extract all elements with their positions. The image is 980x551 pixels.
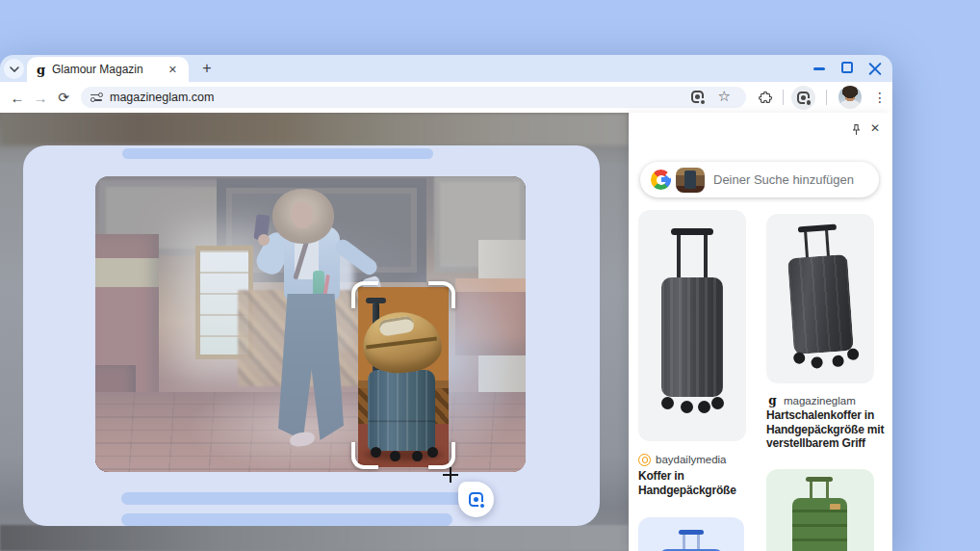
lens-address-icon[interactable]: [691, 91, 704, 103]
result-title[interactable]: Koffer in Handgepäckgröße: [638, 469, 760, 497]
url-text[interactable]: magazineglam.com: [110, 91, 214, 104]
crosshair-cursor: [443, 467, 458, 483]
toolbar-separator: [783, 90, 784, 105]
result-card-green-suitcase[interactable]: [766, 469, 874, 551]
article-photo[interactable]: [95, 176, 526, 472]
lens-region-search-button[interactable]: [458, 482, 494, 517]
selection-thumbnail: [676, 168, 705, 193]
bookmark-star-icon[interactable]: ☆: [718, 88, 731, 105]
browser-toolbar: ← → ⟳ magazineglam.com ☆ ⋮: [0, 82, 892, 113]
tab-glamour-magazin[interactable]: g Glamour Magazin ✕: [27, 57, 189, 82]
result-source[interactable]: baydailymedia: [638, 452, 727, 467]
new-tab-button[interactable]: +: [196, 58, 218, 79]
search-placeholder[interactable]: Deiner Suche hinzufügen: [713, 172, 854, 187]
lens-dim-overlay: [358, 287, 449, 467]
result-card-gray-suitcase[interactable]: [638, 210, 746, 441]
magazineglam-favicon: g: [766, 394, 779, 407]
browser-menu-button[interactable]: ⋮: [871, 86, 889, 109]
lens-side-panel: ✕ Deiner Suche hinzufügen: [629, 113, 892, 551]
profile-avatar[interactable]: [838, 86, 862, 109]
webpage-dimmed: [0, 113, 629, 551]
suitcase-image: [661, 277, 723, 397]
google-logo-icon: [651, 170, 671, 190]
close-side-panel-button[interactable]: ✕: [866, 119, 884, 137]
toolbar-separator: [826, 90, 827, 105]
result-title[interactable]: Hartschalenkoffer in Handgepäckgröße mit…: [766, 408, 888, 451]
selection-corner-tl[interactable]: [351, 281, 378, 308]
lens-search-bar[interactable]: Deiner Suche hinzufügen: [640, 162, 879, 197]
tab-favicon-g: g: [37, 63, 52, 77]
result-card-blue-suitcase[interactable]: [638, 517, 744, 551]
lens-icon: [797, 92, 810, 104]
chevron-down-icon: [10, 66, 19, 72]
browser-content: ✕ Deiner Suche hinzufügen: [0, 113, 892, 551]
desktop: g Glamour Magazin ✕ + ← → ⟳ magazineglam…: [0, 0, 980, 551]
skeleton-text-bar: [122, 148, 433, 159]
lens-icon: [469, 492, 483, 507]
window-close-button[interactable]: [868, 61, 882, 74]
selection-corner-tr[interactable]: [428, 281, 455, 308]
window-minimize-button[interactable]: [813, 67, 825, 70]
selection-corner-br[interactable]: [428, 442, 455, 469]
reload-button[interactable]: ⟳: [54, 88, 73, 107]
site-settings-icon[interactable]: [90, 92, 102, 103]
extensions-button[interactable]: [756, 88, 775, 107]
tab-title: Glamour Magazin: [52, 63, 167, 76]
result-source[interactable]: g magazineglam: [766, 393, 856, 408]
selection-corner-bl[interactable]: [351, 442, 378, 469]
page-blur-bottom: [0, 525, 629, 551]
address-bar[interactable]: magazineglam.com ☆: [81, 87, 746, 108]
pin-icon: [850, 123, 863, 136]
back-button[interactable]: ←: [8, 88, 27, 107]
magazine-article-card: [23, 145, 600, 526]
puzzle-icon: [758, 90, 773, 105]
pin-side-panel-button[interactable]: [847, 120, 864, 138]
forward-button[interactable]: →: [31, 88, 50, 107]
skeleton-text-bar: [121, 492, 486, 505]
tab-close-icon[interactable]: ✕: [167, 62, 179, 78]
lens-session-button[interactable]: [791, 86, 815, 110]
baydailymedia-favicon: [638, 454, 651, 466]
skeleton-text-bar: [121, 513, 452, 526]
tab-search-button[interactable]: [4, 59, 24, 79]
window-maximize-button[interactable]: [841, 62, 853, 73]
result-card-black-suitcase[interactable]: [766, 214, 874, 383]
tab-strip: g Glamour Magazin ✕ +: [0, 55, 892, 82]
browser-window: g Glamour Magazin ✕ + ← → ⟳ magazineglam…: [0, 55, 892, 551]
suitcase-image: [787, 254, 854, 354]
page-blur-top: [0, 113, 629, 145]
